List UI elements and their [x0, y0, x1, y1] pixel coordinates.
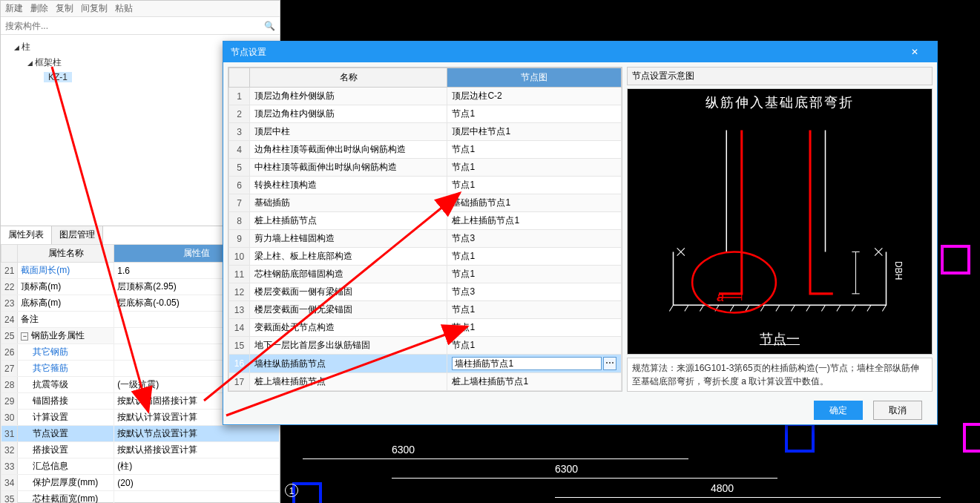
tab-property-list[interactable]: 属性列表 — [1, 226, 52, 244]
prop-col-name: 属性名称 — [18, 245, 114, 263]
svg-line-11 — [837, 305, 841, 311]
component-toolbar: 新建 删除 复制 间复制 粘贴 — [1, 1, 280, 17]
ok-button[interactable]: 确定 — [814, 401, 863, 420]
grid-col-rownum — [229, 68, 250, 88]
cad-column[interactable] — [785, 423, 815, 453]
preview-diagram — [628, 89, 932, 354]
prop-value[interactable]: 按默认搭接设置计算 — [114, 442, 280, 458]
row-number: 13 — [229, 301, 250, 319]
cad-dim-text: 4800 — [711, 482, 734, 494]
grid-img-cell[interactable]: 节点1 — [447, 337, 622, 355]
component-search[interactable]: 🔍 — [1, 17, 280, 35]
grid-row[interactable]: 9剪力墙上柱锚固构造节点3 — [229, 230, 622, 248]
cad-dim-line — [303, 458, 688, 459]
grid-row[interactable]: 16墙柱纵筋插筋节点⋯ — [229, 355, 622, 373]
close-icon[interactable]: ✕ — [900, 47, 930, 57]
grid-name-cell: 地下一层比首层多出纵筋锚固 — [250, 337, 447, 355]
grid-row[interactable]: 15地下一层比首层多出纵筋锚固节点1 — [229, 337, 622, 355]
grid-name-cell: 顶层边角柱内侧纵筋 — [250, 105, 447, 123]
search-icon[interactable]: 🔍 — [264, 21, 275, 31]
grid-img-cell[interactable]: 节点3 — [447, 283, 622, 301]
grid-img-cell[interactable]: 节点1 — [447, 301, 622, 319]
grid-row[interactable]: 2顶层边角柱内侧纵筋节点1 — [229, 105, 622, 123]
grid-img-cell[interactable]: 节点1 — [447, 319, 622, 337]
cad-column[interactable] — [941, 245, 970, 274]
node-grid[interactable]: 名称 节点图 1顶层边角柱外侧纵筋顶层边柱C-22顶层边角柱内侧纵筋节点13顶层… — [228, 67, 622, 392]
grid-row[interactable]: 18梁上墙柱、板上墙柱底部构造节点1 — [229, 391, 622, 392]
dialog-titlebar[interactable]: 节点设置 ✕ — [223, 42, 937, 62]
grid-name-cell: 基础插筋 — [250, 194, 447, 212]
grid-img-cell[interactable]: 节点1 — [447, 141, 622, 159]
toolbar-new[interactable]: 新建 — [5, 2, 23, 15]
property-row[interactable]: 34保护层厚度(mm)(20) — [1, 475, 280, 491]
grid-row[interactable]: 17桩上墙柱插筋节点桩上墙柱插筋节点1 — [229, 373, 622, 391]
row-number: 2 — [229, 105, 250, 123]
cancel-button[interactable]: 取消 — [873, 401, 922, 420]
grid-img-cell[interactable]: 节点1 — [447, 391, 622, 392]
property-row[interactable]: 32搭接设置按默认搭接设置计算 — [1, 442, 280, 458]
grid-img-cell[interactable]: 节点1 — [447, 248, 622, 266]
row-number: 1 — [229, 88, 250, 105]
node-preview: 节点设置示意图 纵筋伸入基础底部弯折 — [627, 67, 933, 392]
grid-row[interactable]: 8桩上柱插筋节点桩上柱插筋节点1 — [229, 212, 622, 230]
toolbar-delete[interactable]: 删除 — [30, 2, 48, 15]
grid-img-cell[interactable]: 顶层中柱节点1 — [447, 123, 622, 141]
node-img-input[interactable] — [452, 357, 602, 370]
grid-row[interactable]: 1顶层边角柱外侧纵筋顶层边柱C-2 — [229, 88, 622, 105]
grid-row[interactable]: 13楼层变截面一侧无梁锚固节点1 — [229, 301, 622, 319]
prop-value[interactable] — [114, 491, 280, 504]
svg-line-12 — [852, 305, 855, 311]
toolbar-paste[interactable]: 粘贴 — [115, 2, 133, 15]
grid-img-cell[interactable]: 基础插筋节点1 — [447, 194, 622, 212]
toolbar-copy[interactable]: 复制 — [56, 2, 73, 15]
prop-value[interactable]: 按默认节点设置计算 — [114, 426, 280, 442]
grid-row[interactable]: 7基础插筋基础插筋节点1 — [229, 194, 622, 212]
grid-img-cell[interactable]: 顶层边柱C-2 — [447, 88, 622, 105]
grid-name-cell: 剪力墙上柱锚固构造 — [250, 230, 447, 248]
grid-row[interactable]: 11芯柱钢筋底部锚固构造节点1 — [229, 266, 622, 283]
prop-name: 节点设置 — [18, 426, 114, 442]
row-number: 8 — [229, 212, 250, 230]
cad-dim-text: 6300 — [392, 444, 415, 456]
prop-value[interactable]: (20) — [114, 475, 280, 491]
grid-row[interactable]: 3顶层中柱顶层中柱节点1 — [229, 123, 622, 141]
grid-img-cell[interactable]: 节点3 — [447, 230, 622, 248]
tab-layer-manage[interactable]: 图层管理 — [52, 226, 103, 244]
property-row[interactable]: 31节点设置按默认节点设置计算 — [1, 426, 280, 442]
row-number: 5 — [229, 159, 250, 177]
toolbar-intercopy[interactable]: 间复制 — [81, 2, 108, 15]
dialog-title: 节点设置 — [231, 46, 900, 59]
cad-column[interactable] — [963, 423, 980, 453]
grid-col-name: 名称 — [250, 68, 447, 88]
property-row[interactable]: 35芯柱截面宽(mm) — [1, 491, 280, 504]
row-number: 11 — [229, 266, 250, 283]
prop-value[interactable]: (柱) — [114, 458, 280, 475]
search-input[interactable] — [5, 21, 264, 31]
grid-row[interactable]: 14变截面处无节点构造节点1 — [229, 319, 622, 337]
svg-line-4 — [730, 305, 734, 311]
prop-name: 锚固搭接 — [18, 393, 114, 410]
grid-name-cell: 楼层变截面一侧有梁锚固 — [250, 283, 447, 301]
grid-img-cell[interactable]: 节点1 — [447, 266, 622, 283]
grid-row[interactable]: 5中柱柱顶等截面伸出时纵向钢筋构造节点1 — [229, 159, 622, 177]
preview-heading: 纵筋伸入基础底部弯折 — [628, 93, 932, 111]
prop-name: 保护层厚度(mm) — [18, 475, 114, 491]
node-settings-dialog: 节点设置 ✕ 名称 节点图 1顶层边角柱外侧纵筋顶层边柱C-22顶层边角柱内侧纵… — [223, 41, 938, 425]
grid-row[interactable]: 12楼层变截面一侧有梁锚固节点3 — [229, 283, 622, 301]
grid-row[interactable]: 4边角柱柱顶等截面伸出时纵向钢筋构造节点1 — [229, 141, 622, 159]
property-row[interactable]: 33汇总信息(柱) — [1, 458, 280, 475]
browse-button[interactable]: ⋯ — [603, 357, 616, 370]
grid-img-cell[interactable]: 节点1 — [447, 159, 622, 177]
grid-name-cell: 芯柱钢筋底部锚固构造 — [250, 266, 447, 283]
grid-img-cell[interactable]: ⋯ — [447, 355, 622, 373]
grid-img-cell[interactable]: 节点1 — [447, 105, 622, 123]
prop-name: 底标高(m) — [18, 295, 114, 312]
grid-img-cell[interactable]: 桩上墙柱插筋节点1 — [447, 373, 622, 391]
grid-img-cell[interactable]: 桩上柱插筋节点1 — [447, 212, 622, 230]
grid-img-cell[interactable]: 节点1 — [447, 177, 622, 194]
preview-dim-a: a — [717, 289, 724, 305]
grid-row[interactable]: 6转换柱柱顶构造节点1 — [229, 177, 622, 194]
row-number: 35 — [1, 491, 18, 504]
grid-row[interactable]: 10梁上柱、板上柱底部构造节点1 — [229, 248, 622, 266]
row-number: 16 — [229, 355, 250, 373]
